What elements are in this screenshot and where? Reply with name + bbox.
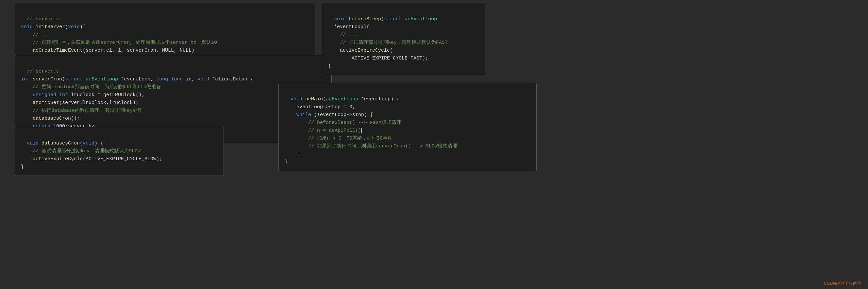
comment-database-cron: // 执行database的数据清理，例如过期key处理 [33, 108, 143, 113]
comment-server-c-2: // server.c [27, 69, 59, 74]
comment-beforesleep: // beforeSleep() --> Fast模式清理 [308, 120, 401, 125]
comment-aeapipoll: // n = aeApiPoll() [308, 128, 361, 134]
comment-server-c: // server.c [27, 16, 59, 22]
comment-create-timer: // 创建定时器，关联回调函数serverCron, 处理周期取决于server… [33, 40, 217, 46]
keyword-int: int [21, 77, 30, 82]
code-aeCreateTimeEvent: aeCreateTimeEvent [33, 48, 83, 53]
code-block-ae-main: void aeMain(aeEventLoop *eventLoop) { ev… [278, 83, 537, 171]
comment-try-clean: // 尝试清理部分过期key，清理模式默认为SLOW [33, 148, 141, 154]
watermark: CSDN@过了火的你 [824, 281, 862, 286]
comment-server-cron-slow: // 如果到了执行时间，则调用serverCron() --> SLOW模式清理 [308, 144, 457, 149]
code-block-before-sleep: void beforeSleep(struct aeEventLoop *eve… [322, 3, 485, 75]
code-void: void initServer(void){ [21, 24, 86, 30]
keyword-void-bs: void [334, 16, 346, 22]
keyword-void-am: void [290, 96, 302, 102]
comment-dots1: // ... [33, 32, 50, 37]
comment-lruclock: // 更新lruclock到当前时间，为后期的LRU和LFU做准备 [33, 84, 161, 90]
keyword-void-db: void [27, 141, 38, 146]
comment-try-clean-fast: // 尝试清理部分过期key，清理模式默认为FAST [340, 40, 448, 46]
code-block-databases-cron: void databasesCron(void) { // 尝试清理部分过期ke… [15, 127, 224, 176]
comment-fd-io: // 如果n > 0，FD就绪，处理IO事件 [308, 136, 393, 141]
comment-dots-bs: // ... [340, 32, 358, 37]
